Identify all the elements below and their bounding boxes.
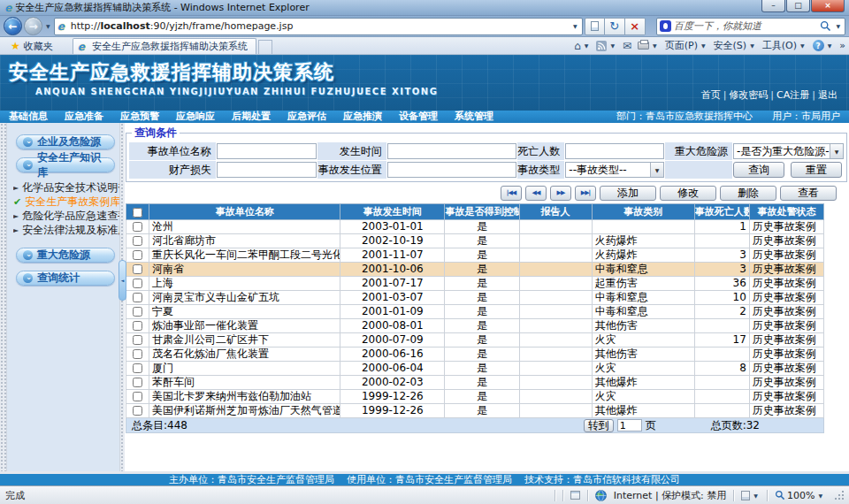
unit-name-input[interactable] <box>217 143 317 159</box>
major-hazard-select[interactable]: -是否为重大危险源- ▼ <box>733 143 844 159</box>
row-checkbox[interactable] <box>133 363 142 373</box>
modify-button[interactable]: 修改 <box>660 186 716 201</box>
tools-menu-button[interactable]: 工具(O)▼ <box>762 39 807 52</box>
location-input[interactable] <box>387 162 517 178</box>
page-menu-button[interactable]: 页面(P)▼ <box>665 39 708 52</box>
search-input[interactable] <box>674 20 817 32</box>
table-row[interactable]: 沧州2003-01-01是1历史事故案例 <box>126 220 824 234</box>
table-row[interactable]: 河南灵宝市义寺山金矿五坑2001-03-07是中毒和窒息10历史事故案例 <box>126 291 824 305</box>
table-row[interactable]: 宁夏2001-01-09是中毒和窒息2历史事故案例 <box>126 305 824 319</box>
zoom-control[interactable]: 100% ▼ <box>775 490 824 501</box>
menu-item-emergency-drill[interactable]: 应急推演 <box>343 111 382 123</box>
menu-item-equipment-management[interactable]: 设备管理 <box>399 111 438 123</box>
first-page-button[interactable]: |◀◀ <box>501 186 522 201</box>
favorites-button[interactable]: ★ 收藏夹 <box>4 38 60 54</box>
browser-tab[interactable]: e 安全生产应急救援指挥辅助决策系统 <box>73 38 256 54</box>
reset-button[interactable]: 重置 <box>791 162 842 178</box>
home-button[interactable]: ⌂▼ <box>574 40 590 52</box>
address-dropdown-icon[interactable]: ▼ <box>571 23 579 29</box>
splitter-collapse-handle[interactable]: ◄ <box>119 260 126 301</box>
compatibility-status-button[interactable]: ▼ <box>741 491 760 500</box>
compatibility-view-button[interactable] <box>585 18 605 35</box>
row-checkbox[interactable] <box>133 279 142 288</box>
logout-link[interactable]: 退出 <box>815 88 840 102</box>
change-password-link[interactable]: 修改密码 <box>726 88 770 102</box>
last-page-button[interactable]: ▶▶| <box>575 186 596 201</box>
row-checkbox[interactable] <box>133 307 142 317</box>
sidebar-item-accident-cases[interactable]: ✔ 安全生产事故案例库 <box>13 195 119 209</box>
search-button[interactable]: 查询 <box>733 162 784 178</box>
feeds-button[interactable]: ▼ <box>596 41 616 51</box>
overflow-chevron-icon[interactable]: » <box>839 40 845 51</box>
search-icon[interactable] <box>820 20 831 32</box>
sidebar-item-chemical-msds[interactable]: ► 化学品安全技术说明书 <box>13 180 119 195</box>
menu-item-emergency-preparation[interactable]: 应急准备 <box>65 111 103 123</box>
safety-menu-button[interactable]: 安全(S)▼ <box>714 39 756 52</box>
home-link[interactable]: 首页 <box>699 88 723 102</box>
table-row[interactable]: 炼油事业部一催化装置2000-08-01是其他伤害历史事故案例 <box>126 319 824 333</box>
new-tab-button[interactable] <box>258 40 272 54</box>
page-number-input[interactable] <box>617 419 642 431</box>
address-url[interactable]: http://localhost:90/yjzh/frame/homepage.… <box>71 20 569 32</box>
sidebar-section-query-statistics[interactable]: › 查询统计 <box>16 271 115 286</box>
menu-item-basic-info[interactable]: 基础信息 <box>9 111 48 123</box>
table-row[interactable]: 河南省2001-10-06是中毒和窒息3历史事故案例 <box>126 263 824 277</box>
property-loss-input[interactable] <box>217 162 317 178</box>
help-button[interactable]: ?▼ <box>813 40 834 51</box>
table-row[interactable]: 重庆长风化一车间二苯甲酮工段二号光化釜2001-11-07是火药爆炸3历史事故案… <box>126 248 824 263</box>
sidebar-section-knowledge-base[interactable]: › 安全生产知识库 <box>16 157 115 172</box>
history-dropdown-icon[interactable]: ▼ <box>44 23 52 29</box>
table-row[interactable]: 甘肃金川公司二矿区井下2000-07-09是火灾17历史事故案例 <box>126 333 824 347</box>
sidebar-item-safety-laws[interactable]: ► 安全法律法规及标准库 <box>13 223 119 237</box>
table-row[interactable]: 河北省廊坊市2002-10-19是火药爆炸历史事故案例 <box>126 234 824 248</box>
select-all-checkbox[interactable] <box>133 208 142 218</box>
sidebar-item-hazchem-quick-reference[interactable]: ► 危险化学品应急速查手... <box>13 209 119 223</box>
deaths-input[interactable] <box>565 143 664 159</box>
address-bar[interactable]: e http://localhost:90/yjzh/frame/homepag… <box>54 18 583 35</box>
sidebar-section-major-hazard[interactable]: › 重大危险源 <box>16 248 115 263</box>
goto-page-button[interactable]: 转到 <box>584 419 614 432</box>
row-checkbox[interactable] <box>133 250 142 260</box>
menu-item-system-management[interactable]: 系统管理 <box>455 111 493 123</box>
row-checkbox[interactable] <box>133 236 142 246</box>
menu-item-emergency-response[interactable]: 应急响应 <box>176 111 215 123</box>
stop-button[interactable]: × <box>625 18 646 35</box>
back-button[interactable]: ← <box>4 17 22 35</box>
row-checkbox[interactable] <box>133 222 142 232</box>
row-checkbox[interactable] <box>133 406 142 416</box>
previous-page-button[interactable]: ◀◀ <box>525 186 547 201</box>
next-page-button[interactable]: ▶▶ <box>550 186 571 201</box>
add-button[interactable]: 添加 <box>600 186 656 201</box>
row-checkbox[interactable] <box>133 335 142 345</box>
row-checkbox[interactable] <box>133 378 142 387</box>
view-button[interactable]: 查看 <box>780 186 837 201</box>
forward-button[interactable]: → <box>24 17 42 35</box>
row-checkbox[interactable] <box>133 264 142 274</box>
maximize-button[interactable]: □ <box>786 0 810 12</box>
row-checkbox[interactable] <box>133 392 142 401</box>
row-checkbox[interactable] <box>133 349 142 359</box>
delete-button[interactable]: 删除 <box>720 186 776 201</box>
frame-splitter[interactable]: ◄ <box>119 123 125 471</box>
table-row[interactable]: 厦门2000-06-04是火灾8历史事故案例 <box>126 362 824 376</box>
accident-type-select[interactable]: --事故类型-- ▼ <box>565 162 664 178</box>
menu-item-post-disposal[interactable]: 后期处置 <box>232 111 271 123</box>
read-mail-button[interactable]: ✉ <box>623 40 631 52</box>
sidebar-section-enterprise-hazard[interactable]: › 企业及危险源 <box>16 134 115 149</box>
table-row[interactable]: 上海2001-07-17是起重伤害36历史事故案例 <box>126 277 824 291</box>
minimize-button[interactable]: – <box>761 0 785 12</box>
ca-register-link[interactable]: CA注册 <box>774 88 812 102</box>
table-row[interactable]: 美国北卡罗来纳州韦兹伯勒加油站1999-12-26是火灾历史事故案例 <box>126 390 824 404</box>
row-checkbox[interactable] <box>133 321 142 331</box>
close-button[interactable]: × <box>811 0 845 12</box>
print-button[interactable]: ▼ <box>638 42 659 50</box>
table-row[interactable]: 苯酐车间2000-02-03是其他爆炸历史事故案例 <box>126 376 824 390</box>
occur-time-input[interactable] <box>387 143 517 159</box>
menu-item-emergency-warning[interactable]: 应急预警 <box>120 111 159 123</box>
search-dropdown-icon[interactable]: ▼ <box>834 23 842 29</box>
row-checkbox[interactable] <box>133 293 142 302</box>
table-row[interactable]: 茂名石化炼油厂焦化装置2000-06-16是其他伤害历史事故案例 <box>126 347 824 362</box>
refresh-button[interactable]: ↻ <box>605 18 625 35</box>
menu-item-emergency-assessment[interactable]: 应急评估 <box>287 111 326 123</box>
table-row[interactable]: 美国伊利诺斯州芝加哥炼油厂天然气管道1999-12-26是其他爆炸历史事故案例 <box>126 404 824 418</box>
